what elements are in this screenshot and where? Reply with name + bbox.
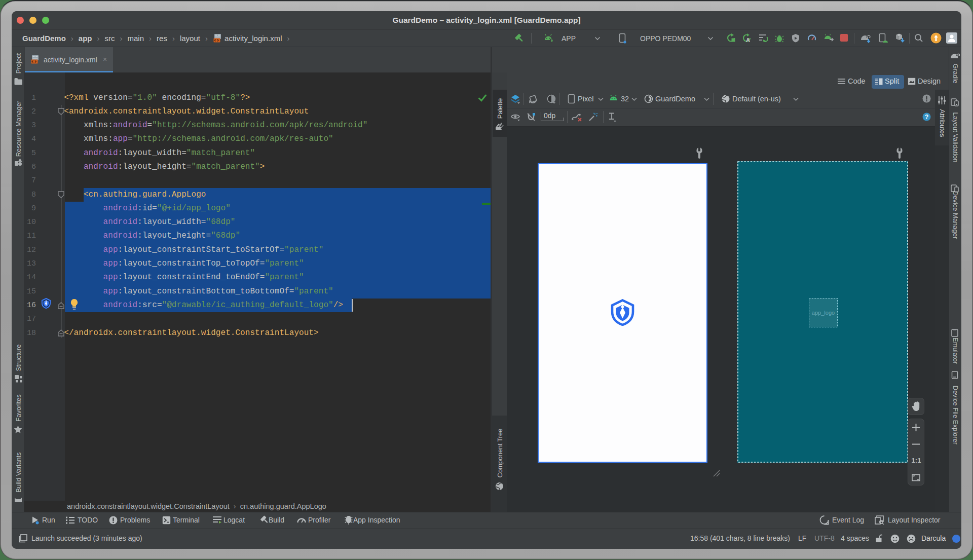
svg-text:A: A — [746, 37, 750, 43]
svg-text:?: ? — [925, 114, 928, 121]
